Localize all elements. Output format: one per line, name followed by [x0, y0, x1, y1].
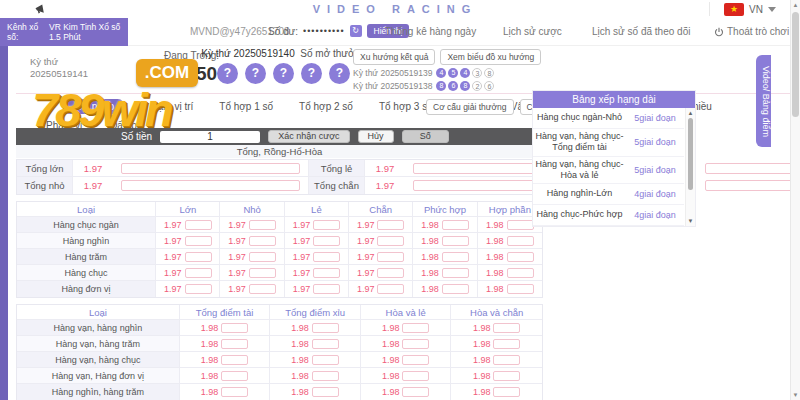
- tab-row1-0[interactable]: Hội nhập: [63, 99, 125, 114]
- confirm-bet-button[interactable]: Xác nhận cược: [268, 130, 349, 143]
- amount-input[interactable]: [160, 131, 260, 143]
- bet-odds: 1.97: [293, 236, 311, 246]
- bet-amount-input[interactable]: [185, 236, 212, 246]
- bet-amount-input[interactable]: [249, 236, 276, 246]
- menu-exit-game[interactable]: Thoát trò chơi: [714, 26, 789, 37]
- menu-followed-numbers[interactable]: Lịch sử số đã theo dõi: [592, 26, 690, 37]
- bet-amount-input[interactable]: [249, 284, 276, 294]
- bet-amount-input[interactable]: [185, 268, 212, 278]
- ranking-stage-link[interactable]: 4giai đoạn: [626, 189, 684, 199]
- bet-odds: 1.97: [228, 284, 246, 294]
- bet-amount-input[interactable]: [249, 220, 276, 230]
- bet-amount-input[interactable]: [442, 220, 469, 230]
- bet-amount-input[interactable]: [185, 284, 212, 294]
- tab-row1-1[interactable]: Vạn, vị trí: [151, 101, 193, 112]
- bet-amount-input[interactable]: [507, 252, 534, 262]
- bet-amount-input[interactable]: [121, 163, 300, 174]
- bet-amount-input[interactable]: [313, 252, 340, 262]
- bet-amount-input[interactable]: [221, 339, 248, 349]
- bet-amount-input[interactable]: [185, 220, 212, 230]
- page-scrollbar-thumb[interactable]: [792, 12, 799, 117]
- bet-amount-input[interactable]: [507, 284, 534, 294]
- odds-cell: 1.97: [156, 233, 220, 248]
- scroll-down-icon[interactable]: ▼: [686, 218, 695, 224]
- bet-amount-input[interactable]: [493, 371, 520, 381]
- bet-odds: 1.97: [357, 268, 375, 278]
- ranking-stage-link[interactable]: 5giai đoạn: [626, 165, 684, 175]
- bet-amount-input[interactable]: [249, 268, 276, 278]
- bet-amount-input[interactable]: [493, 339, 520, 349]
- bet-amount-input[interactable]: [312, 387, 339, 397]
- odds-cell: 1.98: [413, 281, 477, 297]
- ranking-stage-link[interactable]: 5giai đoạn: [626, 113, 684, 123]
- bet-amount-input[interactable]: [377, 236, 404, 246]
- bet-amount-input[interactable]: [185, 252, 212, 262]
- row-label: Hàng vạn, hàng nghìn: [17, 320, 180, 335]
- bet-amount-input[interactable]: [442, 284, 469, 294]
- bet-odds: 1.97: [73, 180, 113, 191]
- refresh-balance-icon[interactable]: ↻: [350, 25, 362, 37]
- bet-amount-input[interactable]: [313, 268, 340, 278]
- table-row: Hàng đơn vị1.971.971.971.971.981.98: [17, 281, 542, 297]
- video-scoreboard-tab[interactable]: Video/ Bảng điểm: [756, 55, 771, 147]
- trend-result-button[interactable]: Xu hướng kết quả: [353, 49, 435, 65]
- bet-amount-input[interactable]: [402, 323, 429, 333]
- bet-amount-input[interactable]: [313, 236, 340, 246]
- row-label: Hàng đơn vị: [17, 281, 156, 297]
- trend-chart-button[interactable]: Xem biểu đồ xu hướng: [440, 49, 541, 65]
- bet-amount-input[interactable]: [221, 387, 248, 397]
- bet-amount-input[interactable]: [221, 371, 248, 381]
- bet-amount-input[interactable]: [402, 339, 429, 349]
- ranking-scrollbar[interactable]: ▲ ▼: [685, 108, 695, 226]
- bet-amount-input[interactable]: [507, 236, 534, 246]
- bet-amount-input[interactable]: [493, 387, 520, 397]
- tab-row1-4[interactable]: Tổ hợp 3 số: [379, 101, 433, 112]
- scrollbar-thumb[interactable]: [688, 118, 693, 190]
- bet-odds: 1.98: [486, 220, 504, 230]
- language-selector[interactable]: ★ VN: [709, 2, 776, 16]
- menu-daily-stats[interactable]: Thống kê hàng ngày: [385, 26, 476, 37]
- page-scroll-up-icon[interactable]: ▲: [791, 2, 800, 8]
- bet-amount-input[interactable]: [507, 268, 534, 278]
- bet-amount-input[interactable]: [402, 371, 429, 381]
- prize-structure-button[interactable]: Cơ cấu giải thưởng: [426, 99, 514, 115]
- page-scroll-down-icon[interactable]: ▼: [791, 392, 800, 398]
- bet-amount-input[interactable]: [312, 339, 339, 349]
- bet-amount-input[interactable]: [377, 268, 404, 278]
- page-scrollbar[interactable]: ▲ ▼: [790, 0, 800, 400]
- scroll-up-icon[interactable]: ▲: [686, 110, 695, 116]
- bet-amount-input[interactable]: [313, 220, 340, 230]
- bet-amount-input[interactable]: [249, 252, 276, 262]
- bet-odds: 1.97: [293, 284, 311, 294]
- bet-amount-input[interactable]: [493, 323, 520, 333]
- bet-amount-input[interactable]: [705, 180, 800, 191]
- bet-amount-input[interactable]: [377, 252, 404, 262]
- bet-amount-input[interactable]: [507, 220, 534, 230]
- bet-amount-input[interactable]: [402, 387, 429, 397]
- bet-amount-input[interactable]: [442, 252, 469, 262]
- bet-amount-input[interactable]: [121, 180, 300, 191]
- ranking-stage-link[interactable]: 4giai đoạn: [626, 210, 684, 220]
- bet-amount-input[interactable]: [221, 323, 248, 333]
- bet-group: Tổng nhỏ1.97: [17, 177, 309, 194]
- bet-amount-input[interactable]: [221, 355, 248, 365]
- bet-amount-input[interactable]: [313, 284, 340, 294]
- bet-amount-input[interactable]: [705, 163, 800, 174]
- bet-amount-input[interactable]: [312, 323, 339, 333]
- bet-amount-input[interactable]: [442, 236, 469, 246]
- tab-row1-2[interactable]: Tổ hợp 1 số: [219, 101, 273, 112]
- bet-amount-input[interactable]: [493, 355, 520, 365]
- bet-odds: 1.98: [291, 355, 309, 365]
- bet-amount-bar: Số tiền Xác nhận cược Hủy Số: [16, 128, 543, 145]
- menu-bet-history[interactable]: Lịch sử cược: [503, 26, 562, 37]
- tab-row1-3[interactable]: Tổ hợp 2 số: [299, 101, 353, 112]
- bet-amount-input[interactable]: [442, 268, 469, 278]
- bet-amount-input[interactable]: [312, 371, 339, 381]
- bet-amount-input[interactable]: [377, 284, 404, 294]
- number-button[interactable]: Số: [402, 130, 449, 143]
- ranking-stage-link[interactable]: 5giai đoạn: [626, 137, 684, 147]
- bet-amount-input[interactable]: [402, 355, 429, 365]
- bet-amount-input[interactable]: [312, 355, 339, 365]
- bet-amount-input[interactable]: [377, 220, 404, 230]
- cancel-button[interactable]: Hủy: [358, 130, 394, 143]
